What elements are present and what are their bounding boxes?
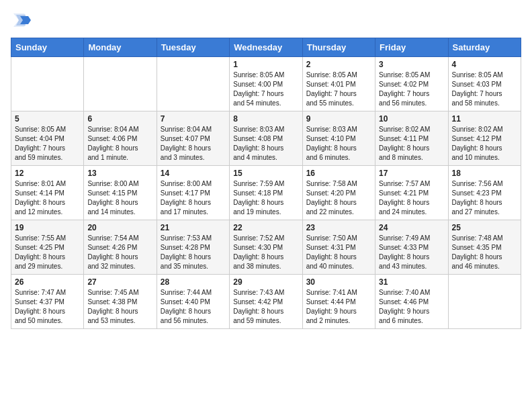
cell-content-line: and 29 minutes. bbox=[15, 262, 80, 271]
cell-content-line: Sunset: 4:07 PM bbox=[161, 134, 226, 144]
day-number: 29 bbox=[233, 277, 298, 287]
cell-content-line: Daylight: 8 hours bbox=[161, 253, 226, 262]
day-number: 4 bbox=[452, 60, 517, 69]
cell-content-line: Sunset: 4:25 PM bbox=[15, 243, 80, 253]
day-number: 13 bbox=[87, 169, 152, 178]
cell-content-line: Daylight: 8 hours bbox=[161, 198, 226, 208]
calendar-week-row: 5Sunrise: 8:05 AMSunset: 4:04 PMDaylight… bbox=[11, 111, 521, 166]
cell-content-line: and 19 minutes. bbox=[233, 208, 298, 217]
day-number: 3 bbox=[379, 60, 444, 69]
cell-content-line: Daylight: 8 hours bbox=[15, 198, 80, 208]
cell-content-line: Daylight: 8 hours bbox=[15, 253, 80, 262]
day-number: 1 bbox=[233, 60, 298, 69]
calendar-day-4: 4Sunrise: 8:05 AMSunset: 4:03 PMDaylight… bbox=[448, 57, 521, 111]
cell-content-line: Daylight: 7 hours bbox=[379, 89, 444, 99]
cell-content-line: Sunrise: 8:04 AM bbox=[87, 125, 152, 134]
calendar-empty-cell bbox=[11, 57, 84, 111]
cell-content-line: and 12 minutes. bbox=[15, 208, 80, 217]
day-number: 14 bbox=[161, 169, 226, 178]
calendar-day-28: 28Sunrise: 7:44 AMSunset: 4:40 PMDayligh… bbox=[157, 275, 229, 329]
calendar-day-27: 27Sunrise: 7:45 AMSunset: 4:38 PMDayligh… bbox=[84, 275, 157, 329]
calendar-week-row: 19Sunrise: 7:55 AMSunset: 4:25 PMDayligh… bbox=[11, 220, 521, 275]
day-number: 31 bbox=[379, 277, 444, 287]
cell-content-line: Sunrise: 8:02 AM bbox=[379, 125, 444, 134]
cell-content-line: Daylight: 8 hours bbox=[306, 253, 371, 262]
cell-content-line: Sunset: 4:28 PM bbox=[161, 243, 226, 253]
calendar-day-12: 12Sunrise: 8:01 AMSunset: 4:14 PMDayligh… bbox=[11, 166, 84, 220]
cell-content-line: Sunset: 4:35 PM bbox=[452, 243, 517, 253]
cell-content-line: Sunrise: 8:03 AM bbox=[306, 125, 371, 134]
cell-content-line: and 6 minutes. bbox=[379, 316, 444, 326]
cell-content-line: Daylight: 8 hours bbox=[87, 253, 152, 262]
cell-content-line: Daylight: 7 hours bbox=[452, 89, 517, 99]
logo-icon bbox=[11, 11, 35, 31]
cell-content-line: Sunrise: 8:05 AM bbox=[233, 71, 298, 80]
cell-content-line: Sunrise: 8:05 AM bbox=[306, 71, 371, 80]
calendar-day-7: 7Sunrise: 8:04 AMSunset: 4:07 PMDaylight… bbox=[157, 111, 229, 166]
cell-content-line: Sunset: 4:23 PM bbox=[452, 189, 517, 198]
cell-content-line: and 4 minutes. bbox=[233, 153, 298, 163]
logo bbox=[11, 11, 38, 31]
cell-content-line: Sunrise: 7:54 AM bbox=[87, 234, 152, 243]
cell-content-line: Daylight: 8 hours bbox=[233, 198, 298, 208]
cell-content-line: and 32 minutes. bbox=[87, 262, 152, 271]
cell-content-line: Daylight: 8 hours bbox=[233, 144, 298, 153]
cell-content-line: Sunset: 4:01 PM bbox=[306, 80, 371, 89]
cell-content-line: Daylight: 7 hours bbox=[15, 144, 80, 153]
cell-content-line: Sunset: 4:10 PM bbox=[306, 134, 371, 144]
day-number: 27 bbox=[87, 277, 152, 287]
day-number: 12 bbox=[15, 169, 80, 178]
cell-content-line: and 22 minutes. bbox=[306, 208, 371, 217]
cell-content-line: Sunrise: 7:56 AM bbox=[452, 179, 517, 189]
cell-content-line: and 58 minutes. bbox=[452, 99, 517, 108]
day-of-week-friday: Friday bbox=[375, 38, 448, 57]
day-number: 8 bbox=[233, 114, 298, 124]
cell-content-line: Daylight: 8 hours bbox=[233, 253, 298, 262]
day-number: 22 bbox=[233, 223, 298, 232]
cell-content-line: Daylight: 8 hours bbox=[233, 307, 298, 316]
calendar-day-8: 8Sunrise: 8:03 AMSunset: 4:08 PMDaylight… bbox=[230, 111, 302, 166]
calendar-empty-cell bbox=[448, 275, 521, 329]
calendar-week-row: 26Sunrise: 7:47 AMSunset: 4:37 PMDayligh… bbox=[11, 275, 521, 329]
day-number: 18 bbox=[452, 169, 517, 178]
calendar-day-19: 19Sunrise: 7:55 AMSunset: 4:25 PMDayligh… bbox=[11, 220, 84, 275]
calendar-day-13: 13Sunrise: 8:00 AMSunset: 4:15 PMDayligh… bbox=[84, 166, 157, 220]
day-number: 21 bbox=[161, 223, 226, 232]
cell-content-line: Sunset: 4:12 PM bbox=[452, 134, 517, 144]
cell-content-line: and 56 minutes. bbox=[379, 99, 444, 108]
cell-content-line: Sunset: 4:15 PM bbox=[87, 189, 152, 198]
cell-content-line: Sunset: 4:33 PM bbox=[379, 243, 444, 253]
day-number: 23 bbox=[306, 223, 371, 232]
cell-content-line: Sunset: 4:00 PM bbox=[233, 80, 298, 89]
calendar-week-row: 12Sunrise: 8:01 AMSunset: 4:14 PMDayligh… bbox=[11, 166, 521, 220]
cell-content-line: Sunset: 4:30 PM bbox=[233, 243, 298, 253]
day-number: 20 bbox=[87, 223, 152, 232]
cell-content-line: Sunrise: 7:52 AM bbox=[233, 234, 298, 243]
cell-content-line: Sunrise: 7:44 AM bbox=[161, 288, 226, 298]
cell-content-line: Daylight: 8 hours bbox=[379, 198, 444, 208]
calendar-header-row: SundayMondayTuesdayWednesdayThursdayFrid… bbox=[11, 38, 521, 57]
cell-content-line: Sunset: 4:06 PM bbox=[87, 134, 152, 144]
day-number: 15 bbox=[233, 169, 298, 178]
cell-content-line: Sunset: 4:11 PM bbox=[379, 134, 444, 144]
cell-content-line: and 53 minutes. bbox=[87, 316, 152, 326]
cell-content-line: Sunrise: 8:03 AM bbox=[233, 125, 298, 134]
cell-content-line: Sunrise: 7:43 AM bbox=[233, 288, 298, 298]
cell-content-line: Sunrise: 7:49 AM bbox=[379, 234, 444, 243]
calendar-day-6: 6Sunrise: 8:04 AMSunset: 4:06 PMDaylight… bbox=[84, 111, 157, 166]
calendar-day-14: 14Sunrise: 8:00 AMSunset: 4:17 PMDayligh… bbox=[157, 166, 229, 220]
cell-content-line: Sunset: 4:20 PM bbox=[306, 189, 371, 198]
day-number: 26 bbox=[15, 277, 80, 287]
cell-content-line: Daylight: 8 hours bbox=[306, 198, 371, 208]
cell-content-line: Sunset: 4:03 PM bbox=[452, 80, 517, 89]
cell-content-line: Sunset: 4:26 PM bbox=[87, 243, 152, 253]
day-of-week-sunday: Sunday bbox=[11, 38, 84, 57]
cell-content-line: Sunset: 4:37 PM bbox=[15, 298, 80, 307]
calendar-day-21: 21Sunrise: 7:53 AMSunset: 4:28 PMDayligh… bbox=[157, 220, 229, 275]
calendar-day-30: 30Sunrise: 7:41 AMSunset: 4:44 PMDayligh… bbox=[302, 275, 375, 329]
cell-content-line: Sunrise: 7:55 AM bbox=[15, 234, 80, 243]
cell-content-line: Sunset: 4:42 PM bbox=[233, 298, 298, 307]
cell-content-line: Daylight: 7 hours bbox=[233, 89, 298, 99]
cell-content-line: Sunset: 4:40 PM bbox=[161, 298, 226, 307]
calendar-day-23: 23Sunrise: 7:50 AMSunset: 4:31 PMDayligh… bbox=[302, 220, 375, 275]
